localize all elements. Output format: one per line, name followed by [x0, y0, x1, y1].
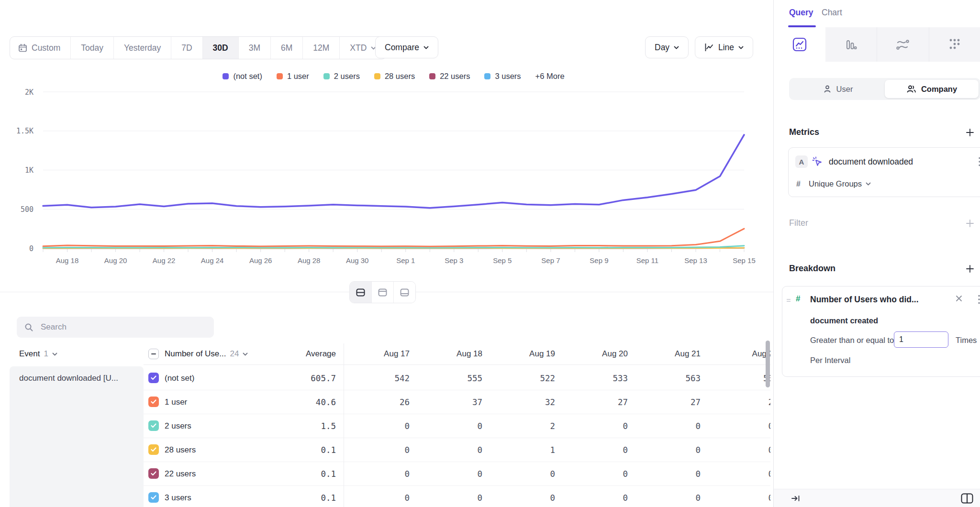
legend-item[interactable]: 3 users: [484, 72, 521, 81]
add-metric-button[interactable]: [966, 128, 974, 137]
x-axis-label: Sep 7: [541, 256, 560, 265]
select-all-checkbox[interactable]: [148, 349, 159, 359]
legend-item[interactable]: 1 user: [277, 72, 309, 81]
metric-options-button[interactable]: [978, 156, 980, 169]
search-icon: [24, 323, 33, 332]
cell-value: 0: [562, 414, 635, 438]
add-breakdown-button[interactable]: [966, 265, 974, 273]
series-checkbox[interactable]: [148, 420, 159, 431]
tab-query[interactable]: Query: [789, 8, 813, 18]
range-6m-button[interactable]: 6M: [270, 37, 302, 59]
measure-dropdown[interactable]: Unique Groups: [809, 179, 871, 188]
column-divider: [344, 343, 344, 507]
drag-handle-icon[interactable]: [786, 297, 791, 305]
legend-item[interactable]: 28 users: [374, 72, 415, 81]
cell-value: 0: [344, 486, 416, 507]
range-30d-button[interactable]: 30D: [202, 37, 238, 59]
cell-value: 2: [707, 390, 770, 414]
range-3m-button[interactable]: 3M: [238, 37, 270, 59]
cell-value: 0: [344, 414, 416, 438]
legend-label: 1 user: [287, 72, 309, 81]
x-axis-label: Sep 1: [396, 256, 415, 265]
chart-type-tabs: [774, 27, 980, 62]
cell-value: 0: [562, 438, 635, 462]
breakdown-condition-label[interactable]: Greater than or equal to: [810, 336, 894, 345]
legend-swatch: [484, 73, 490, 79]
check-icon: [151, 423, 156, 428]
legend-more-button[interactable]: +6 More: [535, 72, 565, 81]
cell-value: 0: [416, 462, 489, 485]
breakdown-interval-label[interactable]: Per Interval: [810, 356, 850, 365]
metric-card: A document downloaded # Unique Groups: [788, 147, 980, 197]
event-column-label: Event: [19, 349, 40, 359]
series-checkbox[interactable]: [148, 397, 159, 407]
chart-type-bar-tab[interactable]: [825, 27, 877, 62]
event-row[interactable]: document downloaded [U...: [10, 366, 144, 507]
legend-swatch: [374, 73, 380, 79]
series-checkbox[interactable]: [148, 492, 159, 503]
table-only-icon: [400, 288, 409, 297]
cell-value: 0: [416, 486, 489, 507]
company-icon: [906, 85, 916, 93]
legend-item[interactable]: (not set): [223, 72, 262, 81]
legend-item[interactable]: 2 users: [323, 72, 360, 81]
table-row: 1 user40.626373227272: [144, 390, 770, 414]
breakdown-event-name[interactable]: document created: [810, 316, 878, 325]
date-values: 000000: [344, 462, 770, 485]
breakdown-title[interactable]: Number of Users who did...: [810, 295, 919, 305]
legend-swatch: [223, 73, 229, 79]
series-checkbox[interactable]: [148, 444, 159, 455]
breakdown-value-input[interactable]: [894, 331, 948, 348]
breakdown-section-header: Breakdown: [789, 264, 974, 274]
scope-company-option[interactable]: Company: [885, 80, 979, 98]
layout-split-button[interactable]: [350, 282, 371, 303]
chart-type-button[interactable]: Line: [695, 36, 753, 58]
split-view-icon: [356, 288, 365, 297]
toggle-side-panel-button[interactable]: [961, 493, 973, 504]
filter-section-header: Filter: [789, 218, 974, 228]
layout-chart-only-button[interactable]: [371, 282, 393, 303]
more-charts-tab-icon: [948, 38, 961, 51]
chart-type-more-tab[interactable]: [929, 27, 980, 62]
legend-label: 3 users: [495, 72, 521, 81]
search-input[interactable]: [40, 322, 206, 332]
layout-table-only-button[interactable]: [393, 282, 415, 303]
series-checkbox[interactable]: [148, 373, 159, 383]
series-column-dropdown[interactable]: Number of Use... 24: [165, 343, 248, 364]
range-7d-button[interactable]: 7D: [171, 37, 202, 59]
cell-value: 0: [344, 438, 416, 462]
collapse-panel-button[interactable]: [791, 494, 801, 503]
add-filter-button[interactable]: [966, 219, 974, 228]
chart-type-label: Line: [718, 43, 734, 53]
cell-value: 27: [562, 390, 635, 414]
remove-breakdown-button[interactable]: [956, 295, 962, 304]
cell-value: 0: [416, 438, 489, 462]
event-column-dropdown[interactable]: Event 1: [19, 343, 57, 364]
range-label: 7D: [181, 43, 192, 53]
y-axis-label: 1K: [25, 166, 33, 175]
granularity-button[interactable]: Day: [645, 36, 689, 58]
x-axis-label: Sep 11: [636, 256, 658, 265]
legend-item[interactable]: 22 users: [429, 72, 470, 81]
check-icon: [151, 399, 156, 404]
table-scrollbar[interactable]: [766, 341, 770, 387]
granularity-label: Day: [655, 43, 669, 53]
line-chart: 2K1.5K1K5000Aug 18Aug 20Aug 22Aug 24Aug …: [0, 86, 773, 267]
plus-icon: [966, 128, 974, 137]
breakdown-options-button[interactable]: [978, 294, 980, 307]
chart-type-line-tab[interactable]: [774, 27, 825, 62]
cell-value: 0: [562, 486, 635, 507]
chart-type-flow-tab[interactable]: [877, 27, 929, 62]
range-12m-button[interactable]: 12M: [302, 37, 339, 59]
metric-event-name[interactable]: document downloaded: [829, 157, 913, 167]
scope-user-option[interactable]: User: [791, 80, 885, 98]
date-column-header: Aug 2: [707, 343, 770, 364]
average-value: 0.1: [258, 486, 336, 507]
range-label: 12M: [313, 43, 329, 53]
range-custom-button[interactable]: Custom: [10, 37, 70, 59]
tab-chart[interactable]: Chart: [822, 8, 842, 18]
range-yesterday-button[interactable]: Yesterday: [113, 37, 171, 59]
compare-button[interactable]: Compare: [375, 36, 438, 58]
series-checkbox[interactable]: [148, 468, 159, 479]
range-today-button[interactable]: Today: [70, 37, 113, 59]
